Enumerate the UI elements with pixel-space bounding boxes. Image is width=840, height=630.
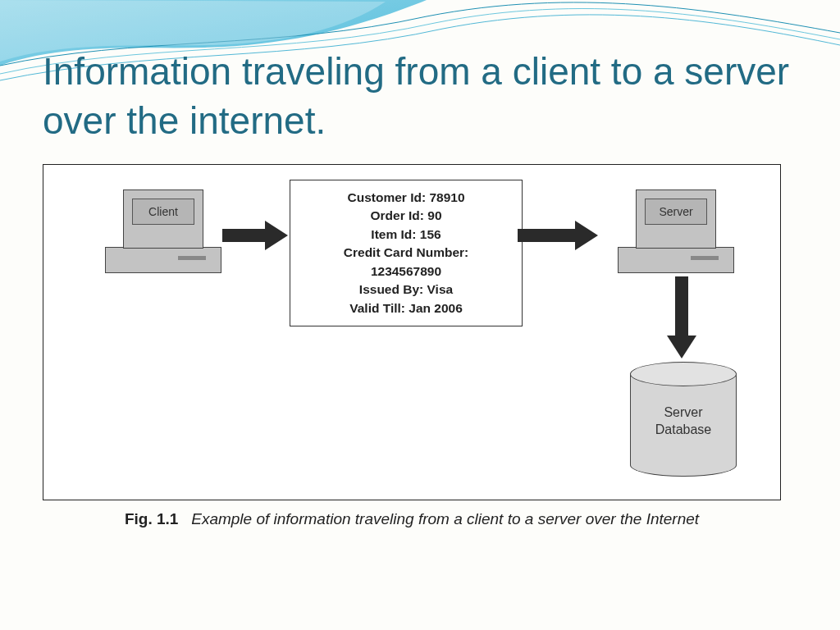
client-computer-icon: Client	[105, 189, 221, 273]
client-label: Client	[132, 199, 194, 225]
payload-item-id: Item Id: 156	[295, 226, 517, 244]
figure-caption: Fig. 1.1 Example of information travelin…	[43, 510, 781, 528]
figure-caption-label: Fig. 1.1	[125, 510, 178, 527]
figure-frame: Client Customer Id: 78910 Order Id: 90 I…	[43, 164, 781, 500]
payload-cc-number: 1234567890	[295, 262, 517, 281]
payload-cc-label: Credit Card Number:	[295, 244, 517, 262]
payload-order-id: Order Id: 90	[295, 207, 517, 225]
database-label-line2: Database	[655, 422, 712, 436]
server-computer-icon: Server	[618, 189, 734, 273]
arrow-client-to-payload	[222, 221, 288, 250]
payload-valid-till: Valid Till: Jan 2006	[295, 299, 517, 317]
database-label-line1: Server	[664, 405, 702, 419]
figure-caption-text: Example of information traveling from a …	[191, 510, 699, 527]
arrow-server-to-database	[667, 276, 696, 358]
payload-issued-by: Issued By: Visa	[295, 281, 517, 299]
server-label: Server	[645, 199, 707, 225]
arrow-payload-to-server	[518, 221, 600, 250]
slide-title: Information traveling from a client to a…	[43, 48, 797, 146]
payload-box: Customer Id: 78910 Order Id: 90 Item Id:…	[290, 180, 523, 326]
payload-customer-id: Customer Id: 78910	[295, 189, 517, 207]
database-icon: Server Database	[630, 362, 737, 477]
